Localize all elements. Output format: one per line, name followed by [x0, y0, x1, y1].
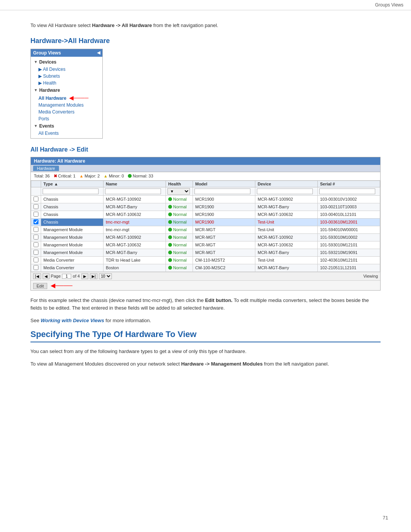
- col-type[interactable]: Type ▲: [41, 181, 104, 187]
- table-row[interactable]: Management ModuleMCR-MGT-100632 NormalMC…: [31, 241, 380, 249]
- body-text-see: See Working with Device Views for more i…: [30, 317, 381, 325]
- nav-item-subnets[interactable]: ▶ Subnets: [31, 73, 102, 80]
- page-next-btn[interactable]: ▶: [81, 273, 88, 279]
- table-row[interactable]: Management Moduletmc-mcr-mgt NormalMCR-M…: [31, 226, 380, 233]
- filter-name-cell[interactable]: [104, 187, 166, 195]
- specifying-text-2-bold: Hardware -> Management Modules: [181, 361, 263, 367]
- row-health: Normal: [166, 264, 193, 272]
- row-checkbox-cell[interactable]: [31, 218, 41, 226]
- row-checkbox[interactable]: [33, 250, 38, 255]
- page-prev-btn[interactable]: ◀: [43, 273, 49, 279]
- col-health[interactable]: Health: [166, 181, 193, 187]
- col-model[interactable]: Model: [193, 181, 255, 187]
- row-health: Normal: [166, 211, 193, 218]
- nav-section-devices[interactable]: ▼ Devices: [31, 58, 102, 66]
- nav-section-events[interactable]: ▼ Events: [31, 122, 102, 130]
- row-model: MCR-MGT: [193, 241, 255, 249]
- row-checkbox-cell[interactable]: [31, 233, 41, 241]
- row-checkbox-cell[interactable]: [31, 226, 41, 233]
- intro-text: To view All Hardware select: [30, 22, 92, 28]
- row-checkbox[interactable]: [33, 197, 38, 201]
- normal-icon: [128, 174, 132, 178]
- filter-model-input[interactable]: [194, 189, 250, 194]
- nav-item-ports[interactable]: Ports: [31, 115, 102, 122]
- filter-serial-input[interactable]: [319, 189, 375, 194]
- filter-device-input[interactable]: [257, 189, 313, 194]
- filter-type-input[interactable]: [43, 189, 99, 194]
- row-checkbox[interactable]: [33, 235, 38, 240]
- page-first-btn[interactable]: |◀: [33, 273, 41, 279]
- nav-item-health[interactable]: ▶ Health: [31, 80, 102, 86]
- row-model: MCR1900: [193, 203, 255, 211]
- row-checkbox-cell[interactable]: [31, 211, 41, 218]
- nav-item-all-events[interactable]: All Events: [31, 130, 102, 137]
- col-serial[interactable]: Serial #: [317, 181, 380, 187]
- table-row[interactable]: Media ConverterTDR to Head Lake NormalCM…: [31, 256, 380, 264]
- page-last-btn[interactable]: ▶|: [90, 273, 98, 279]
- row-checkbox[interactable]: [33, 212, 38, 217]
- edit-button[interactable]: Edit: [33, 283, 47, 289]
- edit-bar: Edit ◀────: [31, 280, 380, 290]
- nav-item-all-devices[interactable]: ▶ All Devices: [31, 66, 102, 73]
- stat-minor-item: ▲ Minor: 0: [104, 174, 124, 178]
- row-checkbox[interactable]: [33, 204, 38, 209]
- filter-health-cell[interactable]: ▼: [166, 187, 193, 195]
- table-row[interactable]: ChassisMCR-MGT-Barry NormalMCR1900MCR-MG…: [31, 203, 380, 211]
- working-with-device-views-link[interactable]: Working with Device Views: [41, 318, 104, 323]
- stat-critical: Critical: 1: [58, 174, 76, 178]
- table-header-row: Type ▲ Name Health Model Device Serial #: [31, 181, 380, 187]
- col-name[interactable]: Name: [104, 181, 166, 187]
- row-checkbox-cell[interactable]: [31, 241, 41, 249]
- nav-item-all-hardware[interactable]: All Hardware ◀────: [31, 94, 102, 102]
- row-checkbox[interactable]: [33, 227, 38, 232]
- specifying-heading: Specifying The Type Of Hardware To View: [30, 329, 381, 342]
- row-checkbox[interactable]: [33, 257, 38, 262]
- row-serial: 103-004010L12101: [317, 211, 380, 218]
- row-checkbox-cell[interactable]: [31, 249, 41, 256]
- table-row[interactable]: Media ConverterBoston NormalCM-100-M2SC2…: [31, 264, 380, 272]
- row-checkbox-cell[interactable]: [31, 256, 41, 264]
- filter-health-select[interactable]: ▼: [167, 188, 190, 195]
- filter-model-cell[interactable]: [193, 187, 255, 195]
- row-name: MCR-MGT-Barry: [104, 203, 166, 211]
- row-device: MCR-MGT-100632: [255, 211, 317, 218]
- per-page-select[interactable]: 10 25 50: [99, 273, 112, 279]
- collapse-btn[interactable]: ◀: [97, 50, 100, 55]
- table-row[interactable]: Management ModuleMCR-MGT-100902 NormalMC…: [31, 233, 380, 241]
- hardware-all-heading: Hardware->All Hardware: [30, 37, 381, 45]
- body-text-1-bold: Edit button.: [205, 297, 233, 303]
- stat-normal: Normal: 33: [133, 174, 153, 178]
- health-normal-icon: [168, 251, 172, 254]
- row-health: Normal: [166, 195, 193, 203]
- filter-name-input[interactable]: [105, 189, 161, 194]
- table-row[interactable]: Management ModuleMCR-MGT-Barry NormalMCR…: [31, 249, 380, 256]
- row-model: MCR1900: [193, 195, 255, 203]
- stat-normal-item: Normal: 33: [128, 174, 153, 178]
- col-device[interactable]: Device: [255, 181, 317, 187]
- table-row[interactable]: Chassistmc-mcr-mgt NormalMCR1900Test-Uni…: [31, 218, 380, 226]
- filter-device-cell[interactable]: [255, 187, 317, 195]
- filter-serial-cell[interactable]: [317, 187, 380, 195]
- hw-stats: Total: 36 ✖ Critical: 1 ▲ Major: 2 ▲ Min…: [31, 172, 380, 181]
- table-row[interactable]: ChassisMCR-MGT-100632 NormalMCR1900MCR-M…: [31, 211, 380, 218]
- page-input[interactable]: [62, 274, 71, 279]
- row-checkbox[interactable]: [33, 242, 38, 247]
- row-checkbox-cell[interactable]: [31, 264, 41, 272]
- row-model: MCR1900: [193, 218, 255, 226]
- table-row[interactable]: ChassisMCR-MGT-100902 NormalMCR1900MCR-M…: [31, 195, 380, 203]
- nav-item-management-modules[interactable]: Management Modules: [31, 102, 102, 109]
- row-device: MCR-MGT-100632: [255, 241, 317, 249]
- filter-type-cell[interactable]: [41, 187, 104, 195]
- row-device: MCR-MGT-100902: [255, 195, 317, 203]
- nav-section-hardware[interactable]: ▼ Hardware: [31, 86, 102, 94]
- nav-item-media-converters[interactable]: Media Converters: [31, 109, 102, 115]
- health-normal-icon: [168, 212, 172, 216]
- hardware-arrow: ▼: [34, 88, 38, 92]
- row-checkbox-cell[interactable]: [31, 195, 41, 203]
- row-checkbox[interactable]: [33, 265, 38, 270]
- row-checkbox-cell[interactable]: [31, 203, 41, 211]
- row-model: CM-110-M2ST2: [193, 256, 255, 264]
- hw-tab-hardware[interactable]: Hardware: [33, 166, 59, 171]
- row-checkbox[interactable]: [33, 219, 38, 224]
- see-text: See: [30, 318, 41, 323]
